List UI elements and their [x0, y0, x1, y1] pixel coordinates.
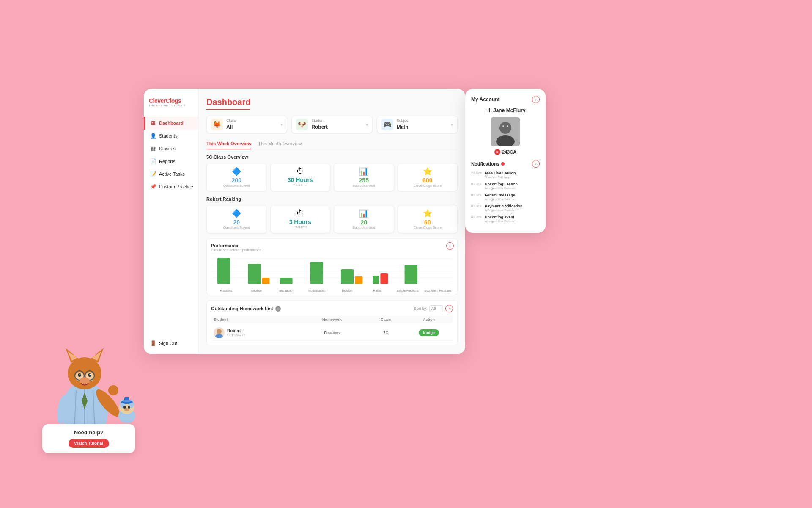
notif-date-3: 01 Jan — [471, 204, 482, 208]
tabs-row: This Week Overview This Month Overview — [206, 139, 458, 149]
tab-week[interactable]: This Week Overview — [206, 139, 251, 149]
logo: CleverClogs THE ONLINE TUTORS ® — [144, 97, 191, 113]
sidebar-item-classes[interactable]: ▦ Classes — [144, 142, 198, 155]
student-name: Robert — [227, 329, 245, 333]
notification-item-4: 01 Jan Upcoming event Assigned by Sussan — [471, 215, 540, 223]
svg-point-16 — [215, 334, 223, 338]
right-panel: My Account › Hi, Jane McFlury ✕ 243CA No… — [465, 89, 546, 233]
notifications-go-button[interactable]: › — [532, 160, 540, 168]
account-go-button[interactable]: › — [532, 96, 540, 103]
help-text: Need help? — [49, 429, 129, 436]
r-questions-label: Questions Solved — [209, 226, 264, 229]
r-subtopics-label: Subtopics tried — [337, 226, 391, 229]
notif-date-0: 22 Dec — [471, 171, 482, 175]
table-row: Robert CCF154777 Fractions 5C Nudge — [211, 325, 453, 341]
notif-sub-4: Assigned by Sussan — [485, 219, 540, 223]
class-filter[interactable]: 🦊 Class All ▾ — [206, 116, 287, 133]
class-filter-label: Class — [226, 119, 236, 123]
notif-main-0: Free Live Lesson — [485, 171, 540, 175]
sidebar-item-sign-out[interactable]: 🚪 Sign Out — [144, 337, 198, 350]
subject-filter[interactable]: 🎮 Subject Math ▾ — [377, 116, 458, 133]
subtopics-tried-icon: 📊 — [337, 167, 391, 176]
svg-rect-10 — [341, 269, 354, 284]
notif-content-2: Forum: message Assigned by Sussan — [485, 193, 540, 201]
performance-chart[interactable] — [211, 254, 453, 288]
notif-main-3: Payment Notification — [485, 204, 540, 208]
r-score-label: CleverClogs Score — [401, 226, 455, 229]
chart-label-multiplication: Multiplication — [302, 289, 332, 292]
student-filter[interactable]: 🐶 Student Robert ▾ — [291, 116, 372, 133]
subtopics-tried-label: Subtopics tried — [337, 184, 391, 188]
notif-main-1: Upcoming Lesson — [485, 182, 540, 186]
subject-filter-chevron: ▾ — [451, 122, 453, 127]
r-time-icon: ⏱ — [273, 209, 328, 218]
questions-solved-value: 200 — [209, 177, 264, 184]
sidebar-item-custom-practice[interactable]: 📌 Custom Practice — [144, 180, 198, 193]
chart-label-ratios: Ratios — [362, 289, 393, 292]
class-filter-chevron: ▾ — [280, 122, 283, 127]
notif-main-4: Upcoming event — [485, 215, 540, 219]
tab-month[interactable]: This Month Overview — [258, 139, 302, 149]
notification-item-0: 22 Dec Free Live Lesson Teacher Sussan — [471, 171, 540, 179]
total-time-value: 30 Hours — [273, 177, 328, 183]
account-greeting: Hi, Jane McFlury — [471, 108, 540, 113]
student-avatar-svg — [214, 327, 225, 338]
total-time-label: Total time — [273, 183, 328, 187]
notification-item-2: 01 Jan Forum: message Assigned by Sussan — [471, 193, 540, 201]
cleverclogs-score-label: CleverClogs Score — [401, 184, 455, 188]
svg-rect-9 — [310, 262, 323, 284]
homework-go-button[interactable]: › — [445, 305, 453, 312]
subject-filter-value: Math — [397, 124, 409, 130]
th-student: Student — [214, 318, 300, 322]
td-class: 5C — [364, 331, 407, 335]
sort-label: Sort by: — [414, 306, 427, 311]
r-subtopics-value: 20 — [337, 219, 391, 226]
svg-rect-8 — [280, 278, 293, 284]
notif-sub-3: Assigned by Sussan — [485, 208, 540, 212]
notification-item-3: 01 Jan Payment Notification Assigned by … — [471, 204, 540, 212]
help-bubble: Need help? Watch Tutorial — [42, 424, 135, 453]
svg-point-40 — [90, 374, 91, 375]
notif-content-1: Upcoming Lesson Assigned by Sussan — [485, 182, 540, 190]
questions-solved-label: Questions Solved — [209, 184, 264, 188]
svg-point-18 — [499, 122, 511, 134]
stat-card-score: ⭐ 600 CleverClogs Score — [398, 163, 458, 191]
app-title: CleverClogs — [149, 97, 186, 104]
sidebar-item-active-tasks[interactable]: 📝 Active Tasks — [144, 168, 198, 180]
sort-select[interactable]: All — [429, 305, 443, 312]
student-id: CCF154777 — [227, 333, 245, 337]
main-content: Dashboard 🦊 Class All ▾ 🐶 Student Robert… — [199, 89, 465, 354]
notif-sub-0: Teacher Sussan — [485, 175, 540, 179]
custom-practice-icon: 📌 — [150, 184, 156, 190]
student-filter-chevron: ▾ — [366, 122, 368, 127]
th-class: Class — [364, 318, 407, 322]
sidebar-item-reports[interactable]: 📄 Reports — [144, 155, 198, 168]
stat-card-subtopics: 📊 255 Subtopics tried — [334, 163, 394, 191]
watch-tutorial-button[interactable]: Watch Tutorial — [69, 439, 109, 448]
svg-rect-11 — [355, 276, 362, 284]
class-filter-icon: 🦊 — [211, 119, 223, 130]
sidebar-item-dashboard[interactable]: ⊞ Dashboard — [144, 117, 198, 130]
sign-out-icon: 🚪 — [150, 340, 156, 346]
svg-rect-56 — [123, 400, 130, 402]
performance-section: Performance Click to see detailed perfor… — [206, 238, 458, 295]
svg-point-15 — [217, 329, 222, 334]
cleverclogs-score-value: 600 — [401, 177, 455, 184]
profile-avatar-svg — [491, 117, 520, 146]
sidebar-item-label-active-tasks: Active Tasks — [159, 171, 185, 177]
students-icon: 👤 — [150, 133, 156, 139]
svg-point-21 — [507, 125, 508, 127]
nudge-button[interactable]: Nudge — [419, 329, 439, 336]
chart-label-subtraction: Subtraction — [272, 289, 302, 292]
performance-go-button[interactable]: › — [446, 242, 454, 250]
student-filter-value: Robert — [311, 124, 328, 130]
notif-content-4: Upcoming event Assigned by Sussan — [485, 215, 540, 223]
stat-card-time: ⏱ 30 Hours Total time — [270, 163, 331, 191]
sidebar-item-label-dashboard: Dashboard — [159, 121, 183, 126]
sort-row: Sort by: All › — [414, 305, 453, 312]
r-time-label: Total time — [273, 225, 328, 229]
homework-info-icon[interactable]: i — [275, 306, 281, 312]
my-account-row: My Account › — [471, 96, 540, 103]
student-filter-icon: 🐶 — [296, 119, 308, 130]
sidebar-item-students[interactable]: 👤 Students — [144, 130, 198, 142]
